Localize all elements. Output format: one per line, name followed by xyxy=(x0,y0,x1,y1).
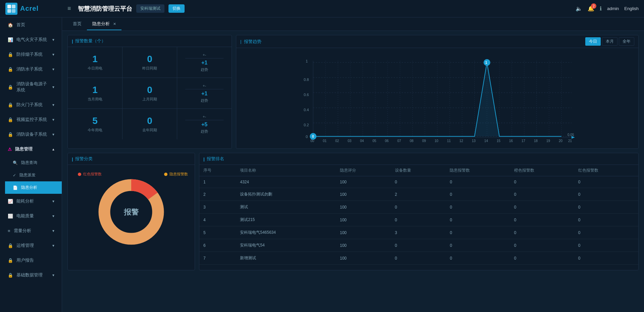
cell-orange: 0 xyxy=(510,252,574,265)
stat-today: 1 今日用电 xyxy=(68,47,122,78)
trend-divider-1 xyxy=(185,58,224,58)
chart-btn-month[interactable]: 本月 xyxy=(602,37,617,46)
col-hazard-count: 隐患报警数 xyxy=(446,165,510,176)
tab-home[interactable]: 首页 xyxy=(67,18,87,30)
chart-btn-today[interactable]: 今日 xyxy=(585,37,601,46)
sidebar-item-demand[interactable]: ≡ 需量分析 ▼ xyxy=(0,223,62,238)
cell-red: 0 xyxy=(574,201,638,214)
chart-btn-year[interactable]: 全年 xyxy=(619,37,634,46)
stat-year-value: 5 xyxy=(92,116,98,126)
arrow-icon-3: ▼ xyxy=(52,68,55,71)
arrow-icon-12: ▼ xyxy=(52,244,55,248)
trend-year-label: 趋势 xyxy=(201,129,208,134)
sidebar-item-energy[interactable]: 📈 能耗分析 ▼ xyxy=(0,194,62,209)
sidebar-item-video[interactable]: 🔒 视频监控子系统 ▼ xyxy=(0,112,62,127)
svg-text:01: 01 xyxy=(323,139,327,143)
bottom-row: 报警分类 红色报警数 隐患报警数 xyxy=(67,153,639,270)
col-orange-count: 橙色报警数 xyxy=(510,165,574,176)
stat-yesterday: 0 昨日同期 xyxy=(122,47,177,78)
legend-dot-hazard xyxy=(164,173,167,176)
cell-hazard: 0 xyxy=(446,252,510,265)
electric-icon: 📊 xyxy=(8,37,13,42)
table-row: 1 4324 100 0 0 0 0 xyxy=(199,176,638,188)
sidebar-item-power[interactable]: 🔒 消防设备电源子系统 ▼ xyxy=(0,77,62,97)
sidebar-label-home: 首页 xyxy=(16,22,25,28)
cell-name: 新增测试 xyxy=(236,252,336,265)
language-selector[interactable]: English xyxy=(624,6,639,11)
cell-id: 1 xyxy=(199,176,236,188)
sidebar-label-report: 用户报告 xyxy=(16,257,34,263)
svg-text:12: 12 xyxy=(459,139,463,143)
table-row: 7 新增测试 100 0 0 0 0 xyxy=(199,252,638,265)
hamburger-icon[interactable]: ≡ xyxy=(67,5,71,12)
cell-id: 3 xyxy=(199,201,236,214)
col-red-count: 红色报警数 xyxy=(574,165,638,176)
sidebar-item-hazard-dispatch[interactable]: ✓ 隐患派发 xyxy=(5,169,62,181)
sidebar-item-report[interactable]: 🔒 用户报告 xyxy=(0,253,62,268)
trend-divider-3 xyxy=(185,120,224,120)
logo-area: Acrel xyxy=(5,3,67,15)
switch-button[interactable]: 切换 xyxy=(168,4,185,13)
sidebar-item-smoke[interactable]: 🔒 防排烟子系统 ▼ xyxy=(0,47,62,62)
table-row: 6 安科瑞电气54 100 0 0 0 0 xyxy=(199,239,638,252)
cell-hazard: 0 xyxy=(446,239,510,252)
cell-name: 测试 xyxy=(236,201,336,214)
sidebar-item-quality[interactable]: ⬜ 电能质量 ▼ xyxy=(0,209,62,223)
svg-rect-3 xyxy=(12,9,15,13)
sidebar-item-water[interactable]: 🔒 消防水子系统 ▼ xyxy=(0,62,62,77)
table-row: 2 设备拓扑测试勿删 100 2 0 0 0 xyxy=(199,188,638,201)
top-header: Acrel ≡ 智慧消防管理云平台 安科瑞测试 切换 🔈 🔔 2 ℹ admin… xyxy=(0,0,644,17)
trend-day-label: 趋势 xyxy=(201,67,208,72)
svg-text:0: 0 xyxy=(312,135,314,138)
ranking-title: 报警排名 xyxy=(199,153,638,165)
cell-red: 0 xyxy=(574,176,638,188)
sidebar-item-home[interactable]: 🏠 首页 xyxy=(0,17,62,32)
arrow-icon-5: ▼ xyxy=(52,103,55,107)
cell-name: 设备拓扑测试勿删 xyxy=(236,188,336,201)
sidebar-item-hazard-mgmt[interactable]: ⚠ 隐患管理 ▲ xyxy=(0,142,62,157)
trend-month: +- +1 趋势 xyxy=(177,78,232,108)
svg-rect-0 xyxy=(7,5,11,8)
sidebar-item-ops[interactable]: 🔒 运维管理 ▼ xyxy=(0,238,62,253)
tenant-label: 安科瑞测试 xyxy=(136,4,164,13)
sidebar-label-firewall: 防火门子系统 xyxy=(16,102,43,108)
bell-badge[interactable]: 🔔 2 xyxy=(588,5,594,12)
svg-text:13: 13 xyxy=(472,139,476,143)
trend-year-top: +- xyxy=(203,115,206,119)
table-row: 5 安科瑞电气5465634 100 3 0 0 0 xyxy=(199,226,638,239)
svg-text:04: 04 xyxy=(360,139,364,143)
sidebar-item-hazard-analysis[interactable]: 📄 隐患分析 xyxy=(5,181,62,194)
sidebar-label-quality: 电能质量 xyxy=(16,213,34,219)
arrow-icon-11: ▼ xyxy=(52,229,55,233)
col-devices: 设备数量 xyxy=(391,165,446,176)
tab-hazard-analysis[interactable]: 隐患分析 ✕ xyxy=(87,18,121,30)
ranking-header-row: 序号 项目名称 隐患评分 设备数量 隐患报警数 橙色报警数 红色报警数 xyxy=(199,165,638,176)
lock-icon-smoke: 🔒 xyxy=(8,52,13,57)
info-icon[interactable]: ℹ xyxy=(600,5,602,12)
arrow-icon-7: ▼ xyxy=(52,133,55,136)
stat-last-year-label: 去年同期 xyxy=(142,128,157,133)
trend-month-label: 趋势 xyxy=(201,98,208,103)
svg-text:17: 17 xyxy=(522,139,526,143)
cell-red: 0 xyxy=(574,252,638,265)
svg-text:08: 08 xyxy=(410,139,414,143)
speaker-icon[interactable]: 🔈 xyxy=(576,5,582,12)
table-row: 3 测试 100 0 0 0 0 xyxy=(199,201,638,214)
svg-text:16: 16 xyxy=(509,139,513,143)
sidebar-item-hazard-query[interactable]: 🔍 隐患查询 xyxy=(5,157,62,169)
tab-close-icon[interactable]: ✕ xyxy=(113,22,116,26)
svg-text:10: 10 xyxy=(435,139,439,143)
check-icon: ✓ xyxy=(13,173,16,178)
sidebar-item-electric[interactable]: 📊 电气火灾子系统 ▼ xyxy=(0,32,62,47)
trend-divider-2 xyxy=(185,89,224,89)
arrow-icon-9: ▼ xyxy=(52,199,55,203)
sidebar-item-equipment[interactable]: 🔒 消防设备子系统 ▼ xyxy=(0,127,62,142)
sidebar-item-base-data[interactable]: 🔒 基础数据管理 ▼ xyxy=(0,268,62,282)
cell-name: 4324 xyxy=(236,176,336,188)
trend-day: +- +1 趋势 xyxy=(177,47,232,78)
sidebar-item-firewall[interactable]: 🔒 防火门子系统 ▼ xyxy=(0,97,62,112)
stat-last-month: 0 上月同期 xyxy=(122,78,177,108)
svg-text:1: 1 xyxy=(306,59,308,63)
svg-text:02: 02 xyxy=(335,139,339,143)
cell-hazard: 0 xyxy=(446,226,510,239)
